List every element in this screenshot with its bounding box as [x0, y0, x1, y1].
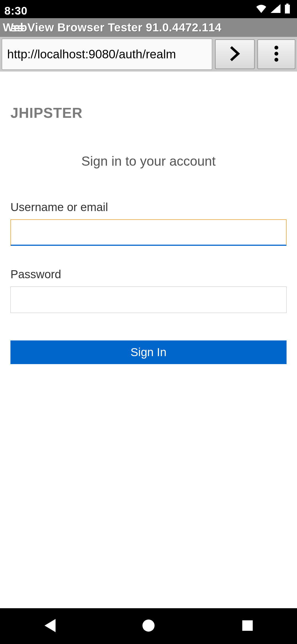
triangle-back-icon: [43, 619, 56, 633]
password-input[interactable]: [10, 286, 287, 313]
nav-home-button[interactable]: [121, 608, 176, 644]
username-label: Username or email: [10, 201, 287, 214]
username-input[interactable]: [10, 219, 287, 246]
password-label: Password: [10, 268, 287, 281]
nav-recent-button[interactable]: [220, 608, 275, 644]
realm-title: JHIPSTER: [10, 105, 287, 121]
go-button[interactable]: [215, 39, 255, 69]
app-title-bar: WebView Browser Tester 91.0.4472.114: [0, 18, 297, 37]
svg-rect-0: [286, 4, 288, 5]
battery-icon: [284, 4, 290, 15]
kebab-icon: [274, 45, 279, 63]
svg-rect-3: [12, 28, 24, 29]
url-input[interactable]: [2, 39, 212, 70]
chevron-right-icon: [229, 46, 241, 62]
signin-button[interactable]: Sign In: [10, 340, 287, 364]
app-title: WebView Browser Tester 91.0.4472.114: [3, 21, 221, 34]
svg-point-8: [142, 620, 155, 632]
svg-rect-2: [12, 25, 24, 27]
svg-rect-4: [12, 30, 24, 31]
login-content: JHIPSTER Sign in to your account Usernam…: [0, 105, 297, 364]
signin-heading: Sign in to your account: [10, 154, 287, 169]
login-form: Username or email Password Sign In: [10, 201, 287, 364]
svg-rect-9: [242, 620, 253, 631]
hamburger-icon: [12, 25, 24, 32]
status-bar: 8:30: [0, 0, 297, 18]
url-toolbar: [0, 37, 297, 72]
wifi-icon: [256, 4, 267, 14]
username-group: Username or email: [10, 201, 287, 246]
system-nav-bar: [0, 608, 297, 644]
svg-point-5: [274, 46, 278, 50]
overflow-menu-button[interactable]: [257, 39, 295, 69]
svg-point-7: [274, 58, 278, 62]
signal-icon: [271, 4, 280, 14]
square-recent-icon: [242, 620, 253, 632]
page-body: JHIPSTER Sign in to your account Usernam…: [0, 72, 297, 608]
nav-back-button[interactable]: [22, 608, 77, 644]
circle-home-icon: [142, 619, 155, 633]
status-time: 8:30: [4, 5, 28, 17]
status-icons: [256, 4, 290, 15]
svg-point-6: [274, 52, 278, 56]
password-group: Password: [10, 268, 287, 313]
svg-rect-1: [285, 5, 290, 13]
